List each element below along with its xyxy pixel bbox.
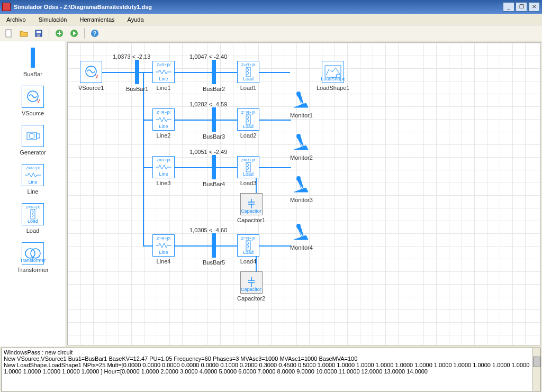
menu-herramientas[interactable]: Herramientas	[78, 15, 117, 24]
menu-ayuda[interactable]: Ayuda	[125, 15, 146, 24]
capacitor-icon: Capacitor	[240, 193, 263, 215]
diagram-canvas[interactable]: 1,0373 < -2,13 1,0047 < -2,40 v VSource1…	[67, 42, 541, 345]
load-icon: Z=R+jXLoad	[237, 156, 259, 178]
node-load4[interactable]: Z=R+jXLoad Load4	[237, 234, 259, 265]
save-icon[interactable]	[33, 28, 44, 39]
line-icon: Z=R+jXLine	[22, 164, 44, 186]
node-monitor3[interactable]: Monitor3	[290, 175, 313, 203]
toolbar-separator	[49, 28, 49, 39]
component-palette: BusBar v VSource Generator Generator Z=R…	[0, 41, 66, 347]
svg-text:v: v	[37, 97, 40, 104]
log-line: 1.0000 1.0000 1.0000 1.0000 1.0000 ] Hou…	[4, 368, 538, 375]
svg-text:v: v	[95, 72, 98, 79]
svg-point-11	[29, 133, 34, 139]
node-busbar5[interactable]: BusBar5	[203, 233, 225, 266]
minimize-button[interactable]: _	[503, 2, 514, 12]
main-area: BusBar v VSource Generator Generator Z=R…	[0, 41, 542, 347]
svg-rect-12	[37, 134, 40, 138]
svg-point-14	[25, 249, 35, 258]
svg-rect-2	[37, 31, 41, 33]
loadshape-icon: LoadShape	[322, 61, 344, 83]
toolbar-separator	[84, 28, 85, 39]
node-loadshape1[interactable]: LoadShape LoadShape1	[317, 61, 349, 91]
line-icon: Z=R+jXLine	[152, 156, 175, 178]
node-monitor1[interactable]: Monitor1	[290, 90, 313, 118]
busbar4-value: 1,0051 < -2,49	[189, 149, 227, 155]
load-icon: Z=R+jXLoad	[22, 203, 44, 225]
node-busbar2[interactable]: BusBar2	[203, 60, 225, 92]
node-monitor4[interactable]: Monitor4	[290, 223, 313, 251]
transformer-icon: Transformer	[22, 242, 44, 265]
wire	[143, 72, 144, 247]
vsource-icon: v	[80, 61, 102, 83]
help-icon[interactable]: ?	[89, 28, 101, 39]
palette-transformer[interactable]: Transformer Transformer	[6, 240, 59, 277]
line-icon: Z=R+jXLine	[152, 61, 175, 83]
log-scrollbar[interactable]	[532, 348, 540, 391]
menu-simulacion[interactable]: Simulación	[37, 15, 69, 24]
node-busbar1[interactable]: BusBar1	[126, 60, 148, 92]
node-capacitor2[interactable]: Capacitor Capacitor2	[237, 271, 265, 302]
window-title: Simulador Odss - Z:\DiagramaBarra\testdu…	[14, 4, 503, 10]
svg-point-33	[296, 134, 301, 138]
vsource-icon: v	[22, 86, 44, 108]
titlebar: Simulador Odss - Z:\DiagramaBarra\testdu…	[0, 0, 542, 14]
busbar5-value: 1,0305 < -4,60	[189, 227, 227, 233]
line-icon: Z=R+jXLine	[152, 234, 175, 257]
svg-point-15	[31, 249, 40, 258]
svg-point-34	[296, 176, 301, 180]
maximize-button[interactable]: ❐	[516, 2, 527, 12]
menu-archivo[interactable]: Archivo	[4, 15, 28, 24]
node-capacitor1[interactable]: Capacitor Capacitor1	[237, 193, 265, 223]
palette-load[interactable]: Z=R+jXLoad Load	[6, 201, 59, 238]
monitor-icon	[290, 175, 312, 195]
node-line1[interactable]: Z=R+jXLine Line1	[152, 61, 175, 91]
add-icon[interactable]	[53, 28, 65, 39]
line-icon: Z=R+jXLine	[152, 108, 175, 131]
node-busbar4[interactable]: BusBar4	[203, 155, 225, 187]
busbar2-value: 1,0047 < -2,40	[189, 53, 227, 60]
busbar-icon	[22, 47, 44, 69]
svg-point-32	[296, 92, 301, 96]
open-file-icon[interactable]	[18, 28, 30, 39]
node-load1[interactable]: Z=R+jXLoad Load1	[237, 61, 259, 91]
node-load3[interactable]: Z=R+jXLoad Load3	[237, 156, 259, 186]
palette-busbar[interactable]: BusBar	[6, 44, 59, 81]
log-line: New VSource.VSource1 Bus1=BusBar1 BaseKV…	[4, 355, 538, 362]
generator-icon: Generator	[22, 125, 44, 147]
svg-rect-3	[37, 34, 40, 37]
capacitor-icon: Capacitor	[240, 271, 263, 294]
node-busbar3[interactable]: BusBar3	[203, 107, 225, 140]
palette-generator[interactable]: Generator Generator	[6, 123, 59, 160]
output-log[interactable]: WindowsPass : new circuit New VSource.VS…	[1, 348, 541, 391]
load-icon: Z=R+jXLoad	[237, 234, 259, 257]
monitor-icon	[290, 223, 312, 243]
node-line2[interactable]: Z=R+jXLine Line2	[152, 108, 175, 139]
close-button[interactable]: ✕	[528, 2, 540, 12]
log-line: WindowsPass : new circuit	[4, 349, 538, 355]
menubar: Archivo Simulación Herramientas Ayuda	[0, 14, 542, 25]
monitor-icon	[290, 133, 312, 153]
busbar1-value: 1,0373 < -2,13	[113, 53, 150, 60]
palette-vsource[interactable]: v VSource	[6, 84, 59, 121]
log-line: New LoadShape.LoadShape1 NPts=25 Mult=[0…	[4, 362, 538, 368]
svg-point-35	[296, 224, 301, 228]
load-icon: Z=R+jXLoad	[237, 108, 259, 131]
node-line4[interactable]: Z=R+jXLine Line4	[152, 234, 175, 265]
node-line3[interactable]: Z=R+jXLine Line3	[152, 156, 175, 186]
scrollbar-thumb[interactable]	[533, 357, 540, 367]
toolbar: ?	[0, 25, 542, 41]
node-vsource1[interactable]: v VSource1	[78, 61, 104, 91]
palette-line[interactable]: Z=R+jXLine Line	[6, 162, 59, 199]
node-monitor2[interactable]: Monitor2	[290, 133, 313, 161]
run-icon[interactable]	[68, 28, 80, 39]
svg-text:?: ?	[93, 30, 97, 37]
load-icon: Z=R+jXLoad	[237, 61, 259, 83]
monitor-icon	[290, 90, 312, 111]
app-icon	[2, 3, 11, 11]
node-load2[interactable]: Z=R+jXLoad Load2	[237, 108, 259, 139]
new-file-icon[interactable]	[3, 28, 15, 39]
busbar3-value: 1,0282 < -4,59	[189, 101, 227, 107]
